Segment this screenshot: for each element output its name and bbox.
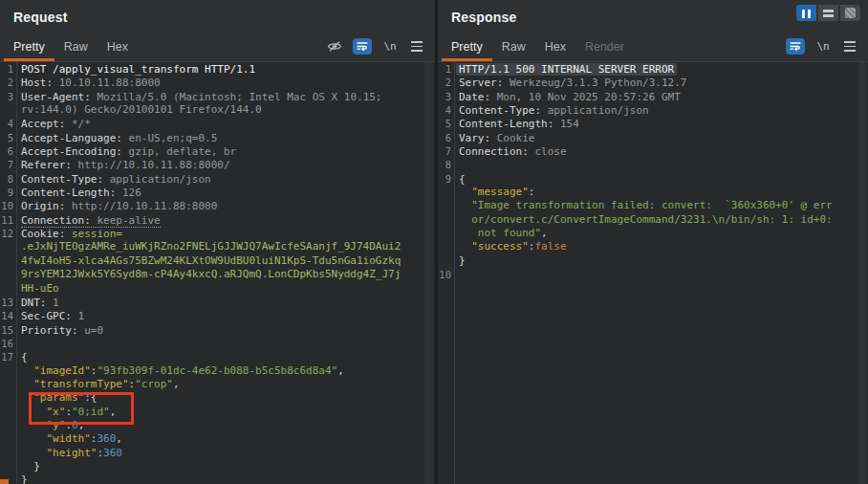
code-line: 6Vary: Cookie [438,131,868,144]
tab-raw[interactable]: Raw [492,37,535,61]
line-number: 5 [438,117,451,130]
code-line: "y":0, [0,419,435,432]
line-number: 2 [0,76,13,89]
line-number: 9 [0,186,13,199]
line-number: 1 [438,62,451,76]
response-viewer[interactable]: 1HTTP/1.1 500 INTERNAL SERVER ERROR2Serv… [438,62,868,484]
burp-message-editor: Request PrettyRawHex \n 1POST /apply_vis… [0,0,868,484]
request-toolbar: \n [326,38,425,55]
bottom-left-tab-sliver [0,479,9,484]
code-line: "x":"0;id", [0,406,435,419]
line-number: 15 [0,323,13,337]
code-line: HH-uEo [0,282,435,296]
code-line: 11Connection: keep-alive [0,213,435,227]
word-wrap-toggle-icon[interactable] [786,38,805,55]
line-number: 10 [0,199,13,212]
code-line: "width":360, [0,432,435,446]
code-line: 15Priority: u=0 [0,323,435,337]
code-line: or/convert.c/ConvertImageCommand/3231.\n… [438,213,868,227]
hide-nonprintable-icon[interactable] [326,39,343,55]
line-number: 5 [0,131,13,144]
line-number: 1 [0,62,13,76]
tab-pretty[interactable]: Pretty [4,37,54,61]
code-line: rv:144.0) Gecko/20100101 Firefox/144.0 [0,103,435,117]
code-line: } [0,460,435,473]
gutter-separator [454,62,455,484]
layout-stacked-button[interactable] [818,5,838,21]
line-number: 17 [0,350,13,363]
line-number: 4 [0,117,13,130]
code-line: 13DNT: 1 [0,296,435,309]
code-line: "height":360 [0,447,435,460]
tab-hex[interactable]: Hex [535,37,575,61]
line-number: 7 [438,144,451,158]
line-number: 12 [0,227,13,240]
code-line: } [438,254,868,268]
code-line: 16 [0,337,435,350]
code-line: 9rsYEM12JWxk5Y6Syd8m-cP4Ay4kxcQ.aRJQmQ.L… [0,268,435,281]
response-toolbar: \n [786,38,858,55]
code-line: 3Date: Mon, 10 Nov 2025 20:57:26 GMT [438,90,868,103]
line-number: 8 [0,172,13,186]
request-editor[interactable]: 1POST /apply_visual_transform HTTP/1.12H… [0,62,435,484]
layout-combined-button[interactable] [840,5,860,21]
line-number: 8 [438,158,451,171]
tab-hex[interactable]: Hex [98,37,138,61]
line-number: 9 [438,172,451,186]
code-line: 14Sec-GPC: 1 [0,309,435,322]
code-line: 7Connection: close [438,144,868,158]
line-number: 3 [0,90,13,103]
tab-pretty[interactable]: Pretty [442,37,492,61]
code-line: 5Content-Length: 154 [438,117,868,130]
code-line: 1HTTP/1.1 500 INTERNAL SERVER ERROR [438,62,868,76]
code-line: 4Content-Type: application/json [438,103,868,117]
code-line: 3User-Agent: Mozilla/5.0 (Macintosh; Int… [0,90,435,103]
code-line: 12Cookie: session= [0,227,435,240]
line-number: 7 [0,158,13,171]
newline-toggle[interactable]: \n [814,39,832,55]
request-tabs: PrettyRawHex [4,38,138,61]
request-title: Request [13,10,68,25]
code-line: 8Content-Type: application/json [0,172,435,186]
response-pane: Response PrettyRawHexRender \n 1HTTP/1.1… [438,0,868,484]
editor-menu-icon[interactable] [408,39,425,55]
code-line: 10Origin: http://10.10.11.88:8000 [0,199,435,212]
code-line: 7Referer: http://10.10.11.88:8000/ [0,158,435,171]
layout-side-by-side-button[interactable] [796,5,816,21]
code-line: 4fwI4oH5-xlca4AGs75BZwM24KLXtOW9UdBU0lui… [0,254,435,268]
line-number: 11 [0,213,13,227]
combined-view-icon [845,8,856,18]
request-pane: Request PrettyRawHex \n 1POST /apply_vis… [0,0,435,484]
pause-icon [801,5,813,22]
tab-raw[interactable]: Raw [54,37,98,61]
code-line: 2Server: Werkzeug/3.1.3 Python/3.12.7 [438,76,868,89]
line-number: 14 [0,309,13,322]
line-number: 6 [438,131,451,144]
line-number: 2 [438,76,451,89]
editor-menu-icon[interactable] [841,39,858,55]
code-line: 5Accept-Language: en-US,en;q=0.5 [0,131,435,144]
code-line: "success":false [438,240,868,253]
line-number: 6 [0,144,13,158]
line-number: 3 [438,90,451,103]
code-line: } [0,473,435,484]
code-line: "Image transformation failed: convert: `… [438,199,868,212]
code-line: not found", [438,227,868,240]
code-line: 9{ [438,172,868,186]
code-line: 6Accept-Encoding: gzip, deflate, br [0,144,435,158]
response-title: Response [451,10,517,25]
line-number: 4 [438,103,451,117]
response-scrollbar[interactable] [858,62,867,484]
code-line: 10 [438,268,868,281]
line-number: 16 [0,337,13,350]
response-tabs: PrettyRawHexRender [442,38,634,61]
code-line: "imageId":"93fb309f-01dc-4e62-b088-b5c5b… [0,364,435,378]
gutter-separator [16,62,17,484]
request-header: Request PrettyRawHex \n [0,0,435,62]
line-number: 10 [438,268,451,281]
stacked-rows-icon [823,10,834,17]
request-scrollbar[interactable] [424,62,433,484]
code-line: 1POST /apply_visual_transform HTTP/1.1 [0,62,435,76]
word-wrap-toggle-icon[interactable] [353,38,372,55]
newline-toggle[interactable]: \n [381,39,399,55]
